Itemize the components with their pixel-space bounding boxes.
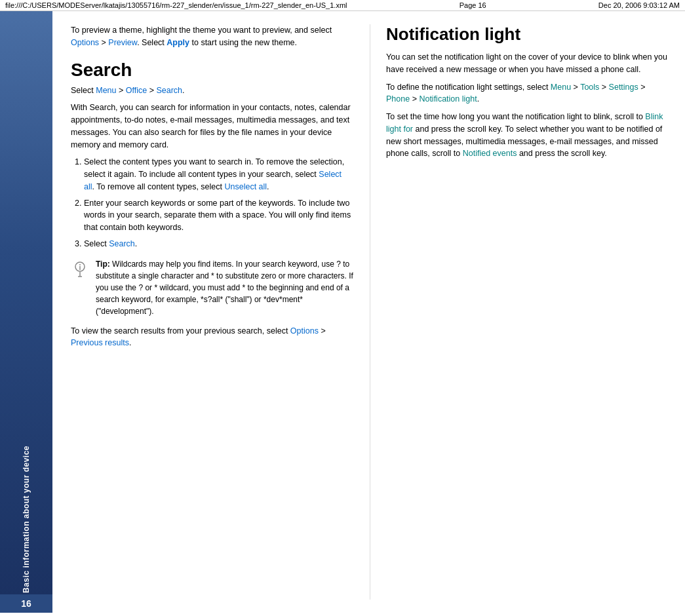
list-item-2: Enter your search keywords or some part … [84, 197, 354, 234]
notif-para1: You can set the notification light on th… [386, 51, 669, 76]
options-link2[interactable]: Options [290, 326, 319, 336]
para2-gt1: > [571, 83, 580, 92]
tip-body: Wildcards may help you find items. In yo… [96, 260, 353, 316]
with-search-text: With Search, you can search for informat… [71, 102, 354, 151]
page-number-box: 16 [0, 594, 52, 613]
intro-after1: . Select [137, 38, 166, 47]
intro-sep1: > [99, 38, 108, 47]
notified-events-link[interactable]: Notified events [463, 149, 517, 158]
para3-end: and press the scroll key. [517, 149, 606, 158]
phone-link[interactable]: Phone [386, 94, 410, 104]
unselect-all-link[interactable]: Unselect all [224, 182, 267, 191]
intro-text: To preview a theme, highlight the theme … [71, 26, 332, 35]
footer-text: To view the search results from your pre… [71, 326, 290, 336]
options-link1[interactable]: Options [71, 38, 99, 47]
main-layout: Basic information about your device 16 T… [0, 11, 685, 613]
preview-link[interactable]: Preview [108, 38, 137, 47]
gt1: > [117, 86, 126, 95]
search-link1[interactable]: Search [156, 86, 182, 95]
tools-link[interactable]: Tools [580, 83, 599, 92]
para2-before: To define the notification light setting… [386, 83, 551, 92]
date-label: Dec 20, 2006 9:03:12 AM [598, 1, 680, 9]
search-link2[interactable]: Search [109, 239, 135, 248]
top-bar: file:///C:/USERS/MODEServer/lkatajis/130… [0, 0, 685, 11]
select-menu-line: Select Menu > Office > Search. [71, 85, 354, 97]
notification-heading: Notification light [386, 24, 669, 45]
intro-after2: to start using the new theme. [189, 38, 297, 47]
list-item-1: Select the content types you want to sea… [84, 156, 354, 193]
tip-label: Tip: [96, 260, 110, 269]
footer-gt: > [319, 326, 326, 336]
apply-link[interactable]: Apply [166, 38, 189, 47]
page-number: 16 [21, 598, 31, 609]
left-column: To preview a theme, highlight the theme … [52, 24, 370, 600]
settings-link[interactable]: Settings [609, 83, 638, 92]
period1: . [182, 86, 184, 95]
para2-period: . [477, 94, 479, 104]
gt2: > [147, 86, 156, 95]
chapter-title: Basic information about your device [22, 446, 31, 593]
right-column: Notification light You can set the notif… [370, 24, 685, 600]
tip-paragraph: Tip: Wildcards may help you find items. … [96, 258, 354, 317]
para2-gt3: > [638, 83, 646, 92]
footer-paragraph: To view the search results from your pre… [71, 325, 354, 350]
menu-link1[interactable]: Menu [96, 86, 116, 95]
search-heading: Search [71, 60, 354, 81]
notif-light-link[interactable]: Notification light [419, 94, 477, 104]
para2-gt4: > [410, 94, 419, 104]
menu-link2[interactable]: Menu [551, 83, 571, 92]
notif-para3: To set the time how long you want the no… [386, 111, 669, 160]
para2-gt2: > [599, 83, 608, 92]
tip-box: Tip: Wildcards may help you find items. … [71, 257, 354, 318]
tip-icon [71, 260, 89, 278]
office-link[interactable]: Office [126, 86, 147, 95]
select-text: Select [71, 86, 96, 95]
search-steps-list: Select the content types you want to sea… [84, 156, 354, 250]
select-all-link[interactable]: Select all [84, 170, 342, 191]
filepath-label: file:///C:/USERS/MODEServer/lkatajis/130… [5, 1, 347, 9]
intro-paragraph: To preview a theme, highlight the theme … [71, 24, 354, 49]
footer-period: . [129, 338, 131, 347]
previous-results-link[interactable]: Previous results [71, 338, 129, 347]
content-area: To preview a theme, highlight the theme … [52, 11, 685, 613]
svg-point-3 [79, 264, 81, 265]
sidebar: Basic information about your device 16 [0, 11, 52, 613]
list-item-3: Select Search. [84, 238, 354, 250]
notif-para2: To define the notification light setting… [386, 81, 669, 106]
para3-before: To set the time how long you want the no… [386, 112, 645, 121]
page-label: Page 16 [460, 1, 486, 9]
